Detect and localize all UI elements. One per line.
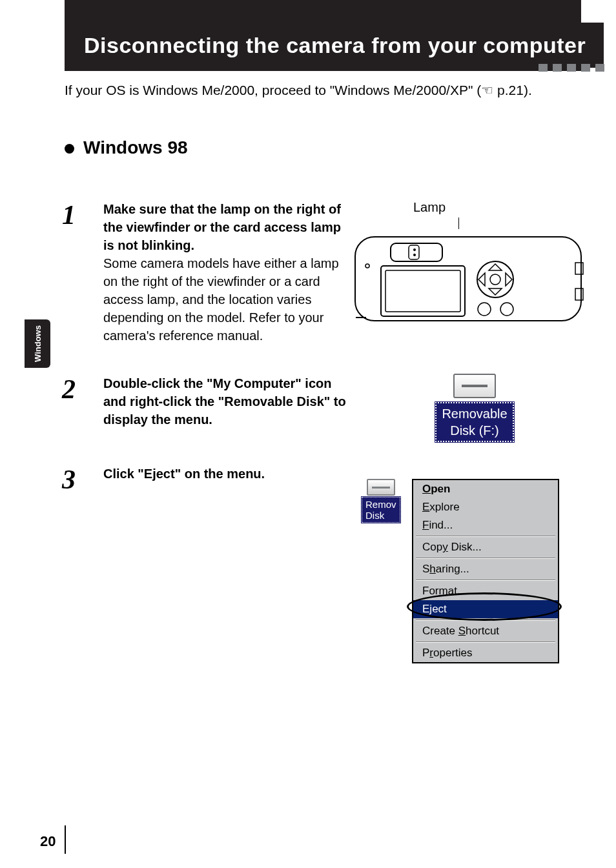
menu-separator: [416, 580, 555, 581]
svg-rect-5: [381, 266, 465, 316]
section-heading: Windows 98: [83, 137, 188, 158]
svg-rect-0: [355, 237, 581, 321]
menu-item-format[interactable]: Format...: [413, 582, 558, 600]
removable-disk-icon[interactable]: Removable Disk (F:): [410, 374, 539, 442]
camera-illustration: Lamp: [352, 200, 591, 327]
svg-rect-1: [391, 243, 442, 261]
context-menu: Open Explore Find... Copy Disk... Sharin…: [412, 479, 559, 663]
svg-point-8: [490, 274, 500, 285]
svg-point-4: [413, 254, 416, 256]
menu-separator: [416, 641, 555, 643]
disk-label-line2: Disk (F:): [450, 423, 499, 438]
lamp-pointer-line: [458, 217, 459, 229]
selected-drive-icon[interactable]: Remov Disk: [362, 479, 412, 523]
intro-paragraph: If your OS is Windows Me/2000, proceed t…: [65, 81, 575, 100]
menu-item-copy-disk[interactable]: Copy Disk...: [413, 538, 558, 556]
side-tab-label: Windows: [33, 325, 43, 362]
selected-drive-label: Remov Disk: [362, 497, 400, 523]
page-number: 20: [40, 833, 56, 850]
disk-label-line1: Removable: [442, 407, 507, 421]
drive-icon: [453, 374, 496, 398]
lamp-label: Lamp: [268, 200, 591, 215]
svg-point-11: [365, 264, 369, 268]
svg-point-7: [477, 261, 513, 298]
intro-text-a: If your OS is Windows Me/2000, proceed t…: [65, 83, 481, 97]
svg-rect-13: [575, 288, 583, 300]
page-title: Disconnecting the camera from your compu…: [84, 33, 586, 58]
svg-rect-6: [385, 270, 460, 312]
svg-point-10: [500, 303, 513, 316]
menu-item-create-shortcut[interactable]: Create Shortcut: [413, 622, 558, 640]
accent-squares: [539, 64, 604, 72]
step-bold-text: Double-click the "My Computer" icon and …: [103, 376, 346, 427]
bullet-icon: [65, 144, 74, 154]
context-menu-illustration: Remov Disk Open Explore Find... Copy Dis…: [362, 479, 568, 663]
menu-separator: [416, 558, 555, 559]
title-band: Disconnecting the camera from your compu…: [65, 23, 613, 68]
menu-item-eject[interactable]: Eject: [413, 600, 558, 618]
camera-svg-icon: [352, 230, 584, 327]
menu-item-open[interactable]: Open: [413, 480, 558, 498]
step-bold-text: Click "Eject" on the menu.: [103, 467, 265, 481]
step-number: 2: [62, 374, 85, 429]
menu-item-explore[interactable]: Explore: [413, 498, 558, 516]
svg-rect-2: [409, 245, 419, 259]
svg-point-9: [478, 303, 491, 316]
document-page: Disconnecting the camera from your compu…: [0, 0, 616, 868]
side-tab: Windows: [25, 319, 50, 368]
menu-separator: [416, 536, 555, 537]
section-heading-row: Windows 98: [65, 137, 188, 158]
intro-text-b: p.21).: [493, 83, 532, 97]
svg-point-3: [413, 248, 416, 251]
menu-item-sharing[interactable]: Sharing...: [413, 560, 558, 578]
menu-separator: [416, 620, 555, 621]
menu-item-properties[interactable]: Properties: [413, 644, 558, 662]
removable-disk-label: Removable Disk (F:): [435, 402, 513, 442]
reference-hand-icon: ☞: [481, 81, 493, 100]
page-number-divider: [65, 825, 66, 854]
menu-item-find[interactable]: Find...: [413, 516, 558, 534]
step-rest-text: Some camera models have either a lamp on…: [103, 256, 339, 343]
step-number: 1: [62, 200, 85, 345]
step-number: 3: [62, 465, 85, 493]
svg-rect-12: [575, 263, 583, 274]
